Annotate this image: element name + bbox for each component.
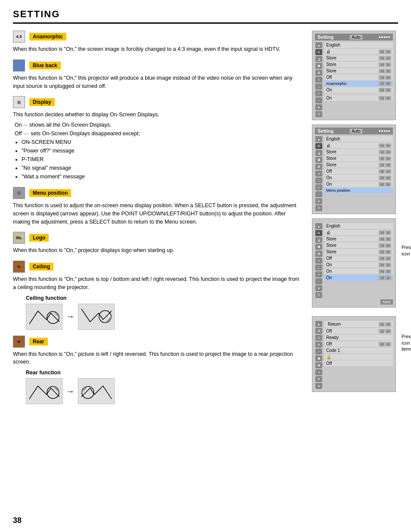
p3-r8[interactable]: ▷ <box>385 276 391 280</box>
panel2-row-store1: Store◁▷ <box>324 149 393 155</box>
p1-store1-l[interactable]: ◁ <box>379 56 385 60</box>
p3-r1[interactable]: ▷ <box>385 230 391 235</box>
rear-icon: ⊗ <box>13 336 25 348</box>
p2-l3[interactable]: ◁ <box>379 156 385 161</box>
panel3-row-english: English <box>324 223 393 229</box>
p4-r2[interactable]: ▷ <box>385 329 391 333</box>
ceiling-text: When this function is "On," picture is t… <box>13 275 303 292</box>
p1-on1-l[interactable]: ◁ <box>379 88 385 92</box>
p3-l7[interactable]: ◁ <box>379 269 385 274</box>
si3-6: ≡ <box>315 258 322 264</box>
p1-store3-r[interactable]: ▷ <box>385 69 391 73</box>
p2-r1[interactable]: ▷ <box>385 143 391 148</box>
rear-after-image <box>78 378 115 404</box>
si1-1: ▲ <box>315 42 322 48</box>
panel2-row-on2: On◁▷ <box>324 181 393 187</box>
p4-l1[interactable]: ◁ <box>379 322 385 327</box>
p3-r2[interactable]: ▷ <box>385 237 391 241</box>
p3-r4[interactable]: ▷ <box>385 250 391 254</box>
rear-arrow: → <box>66 386 75 396</box>
menuposition-section: ⊡ Menu position This function is used to… <box>13 187 303 226</box>
panel4-sidebar: ▲ ▤ ◎ ⊛ ⌐ ▣ ◉ ≡ ⊕ ▼ <box>315 321 323 389</box>
p1-right-arrow[interactable]: ▷ <box>385 50 391 54</box>
panel2-row-store3: Store◁▷ <box>324 162 393 168</box>
panel3-row-store3: Store◁▷ <box>324 249 393 255</box>
panel3: ▲ ⊛ 🖨 ▣ ▤ ≡ □ ▷ ⌐ ▼ ⊡ <box>312 218 396 308</box>
panel4-row-off3: Off <box>324 361 393 366</box>
p2-l2[interactable]: ◁ <box>379 150 385 154</box>
p1-store2-r[interactable]: ▷ <box>385 62 391 67</box>
p2-l6[interactable]: ◁ <box>379 176 385 180</box>
si1-4: ▣ <box>315 63 322 69</box>
si2-3: 🖨 <box>315 150 322 156</box>
anamorphic-header: 4:3 Anamorphic <box>13 31 303 43</box>
p3-r7[interactable]: ▷ <box>385 269 391 274</box>
rear-images: → <box>26 378 303 404</box>
p1-off-r[interactable]: ▷ <box>385 75 391 80</box>
p1-store2-l[interactable]: ◁ <box>379 62 385 67</box>
p3-r6[interactable]: ▷ <box>385 263 391 267</box>
p3-l2[interactable]: ◁ <box>379 237 385 241</box>
anamorphic-section: 4:3 Anamorphic When this function is "On… <box>13 31 303 53</box>
panel4-row-off1: Off◁▷ <box>324 328 393 334</box>
si3-3: 🖨 <box>315 237 322 243</box>
si3-4: ▣ <box>315 244 322 250</box>
p1-on2-r[interactable]: ▷ <box>385 96 391 100</box>
panel4: ▲ ▤ ◎ ⊛ ⌐ ▣ ◉ ≡ ⊕ ▼ Return◁▷ <box>312 316 396 392</box>
p2-l5[interactable]: ◁ <box>379 169 385 174</box>
p2-l4[interactable]: ◁ <box>379 163 385 167</box>
p1-store1-r[interactable]: ▷ <box>385 56 391 60</box>
rear-before-image <box>26 378 62 404</box>
p2-l1[interactable]: ◁ <box>379 143 385 148</box>
panel1-auto: Auto <box>350 35 362 40</box>
p2-r3[interactable]: ▷ <box>385 156 391 161</box>
p3-r5[interactable]: ▷ <box>385 256 391 261</box>
p1-ana-r[interactable]: ▷ <box>385 81 391 86</box>
panel3-next-btn[interactable]: Next <box>380 299 393 305</box>
panel1-row-anamorphic: Anamorphic◁▷ <box>324 81 393 86</box>
blueback-section: Blue back When this function is "On," th… <box>13 59 303 90</box>
blueback-text: When this function is "On," this project… <box>13 74 303 90</box>
p2-l7[interactable]: ◁ <box>379 182 385 187</box>
display-section: ⊞ Display This function decides whether … <box>13 96 303 181</box>
p4-l2[interactable]: ◁ <box>379 329 385 333</box>
anamorphic-text: When this function is "On," the screen i… <box>13 45 303 53</box>
ceiling-icon: ⊛ <box>13 261 25 273</box>
p1-store3-l[interactable]: ◁ <box>379 69 385 73</box>
p2-r4[interactable]: ▷ <box>385 163 391 167</box>
panel1-body: ▲ ⊛ 🖨 ▣ ▤ ≡ □ ▷ ⌐ ▼ ⊡ <box>315 42 393 117</box>
p3-l3[interactable]: ◁ <box>379 243 385 248</box>
panel2-title: Setting <box>318 128 333 134</box>
p3-l5[interactable]: ◁ <box>379 256 385 261</box>
panel1-row-off: Off◁▷ <box>324 75 393 80</box>
menuposition-icon: ⊡ <box>13 187 25 199</box>
p3-l8[interactable]: ◁ <box>379 276 385 280</box>
p2-r7[interactable]: ▷ <box>385 182 391 187</box>
p3-l4[interactable]: ◁ <box>379 250 385 254</box>
p3-l6[interactable]: ◁ <box>379 263 385 267</box>
p4-l3[interactable]: ◁ <box>379 342 385 346</box>
si2-4: ▣ <box>315 157 322 163</box>
p1-on2-l[interactable]: ◁ <box>379 96 385 100</box>
logo-header: 30L Logo <box>13 232 303 244</box>
p3-l1[interactable]: ◁ <box>379 230 385 235</box>
panel4-row-lock: 🔒 <box>324 354 393 360</box>
panel2-auto: Auto <box>350 129 362 134</box>
p2-r2[interactable]: ▷ <box>385 150 391 154</box>
panel1-row-store2: Store◁▷ <box>324 62 393 67</box>
p1-on1-r[interactable]: ▷ <box>385 88 391 92</box>
panel1-wrapper: Setting Auto ●●●●● ▲ ⊛ 🖨 ▣ ▤ ≡ □ <box>312 31 398 120</box>
p4-r1[interactable]: ▷ <box>385 322 391 327</box>
p1-left-arrow[interactable]: ◁ <box>379 50 385 54</box>
p2-r6[interactable]: ▷ <box>385 176 391 180</box>
return-btn[interactable]: Return <box>326 321 342 327</box>
ceiling-header: ⊛ Ceiling <box>13 261 303 273</box>
panel1-rows: English 🖨◁▷ Store◁▷ Store◁▷ Store◁▷ Off◁… <box>324 42 393 117</box>
p1-off-l[interactable]: ◁ <box>379 75 385 80</box>
panel3-row-on2: On◁▷ <box>324 268 393 274</box>
p4-r3[interactable]: ▷ <box>385 342 391 346</box>
p3-r3[interactable]: ▷ <box>385 243 391 248</box>
panel1-row-on1: On◁▷ <box>324 87 393 93</box>
p1-ana-l[interactable]: ◁ <box>379 81 385 86</box>
p2-r5[interactable]: ▷ <box>385 169 391 174</box>
